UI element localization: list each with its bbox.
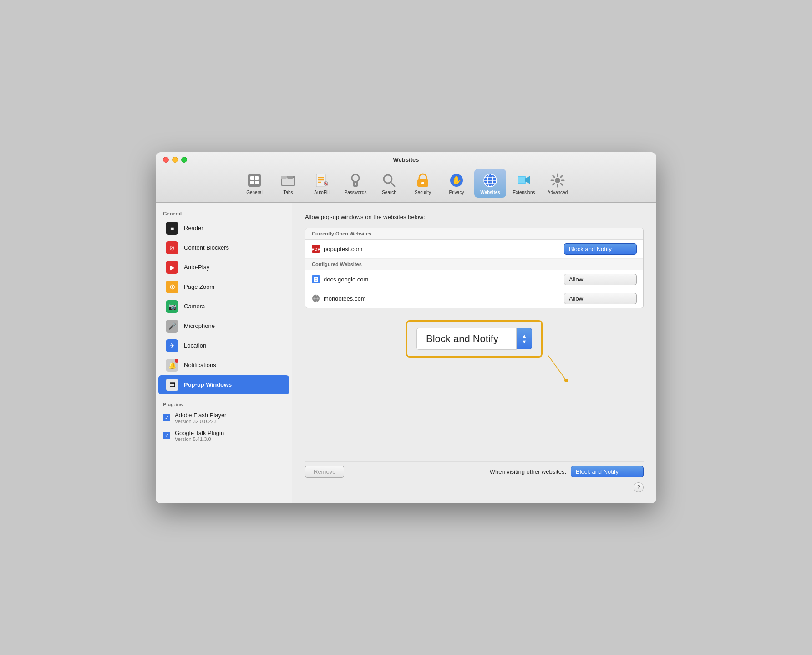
other-websites-label: When visiting other websites: [490, 468, 566, 475]
popuptest-select-container: Block and Notify Allow Block [564, 243, 637, 255]
close-button[interactable] [163, 157, 169, 163]
page-zoom-icon: ⊕ [166, 281, 178, 293]
docs-google-select[interactable]: Allow Block Block and Notify [564, 274, 637, 285]
sidebar-item-microphone[interactable]: 🎤 Microphone [158, 317, 289, 336]
toolbar-item-privacy[interactable]: ✋ Privacy [441, 169, 472, 198]
sidebar-item-camera[interactable]: 📷 Camera [158, 297, 289, 316]
search-icon [381, 172, 398, 189]
bottom-bar: Remove When visiting other websites: Blo… [305, 461, 644, 478]
toolbar-label-general: General [246, 190, 263, 195]
advanced-icon [549, 172, 566, 189]
svg-line-43 [553, 183, 555, 185]
websites-icon [482, 172, 499, 189]
sidebar-item-page-zoom[interactable]: ⊕ Page Zoom [158, 277, 289, 297]
docs-google-favicon [312, 275, 320, 283]
safari-preferences-window: Websites General [156, 152, 656, 503]
toolbar-label-tabs: Tabs [283, 190, 293, 195]
svg-line-42 [561, 175, 563, 177]
main-description: Allow pop-up windows on the websites bel… [305, 214, 644, 220]
toolbar-item-extensions[interactable]: Extensions [508, 169, 540, 198]
svg-rect-0 [248, 174, 261, 187]
other-websites-select[interactable]: Block and Notify Allow Block [571, 466, 644, 477]
sidebar-plugins-label: Plug-ins [156, 399, 292, 409]
popuptest-domain: popuptest.com [324, 246, 362, 252]
table-row-popuptest: POP popuptest.com Block and Notify Allow… [305, 240, 643, 259]
sidebar-label-content-blockers: Content Blockers [184, 244, 229, 251]
sidebar-item-location[interactable]: ✈ Location [158, 336, 289, 355]
flash-version: Version 32.0.0.223 [175, 419, 226, 424]
sidebar-label-reader: Reader [184, 225, 203, 231]
svg-rect-47 [314, 277, 318, 282]
toolbar-item-websites[interactable]: Websites [474, 169, 506, 198]
toolbar-label-security: Security [415, 190, 431, 195]
docs-google-select-container: Allow Block Block and Notify [564, 274, 637, 285]
window-buttons [163, 157, 187, 163]
svg-text:✋: ✋ [452, 175, 462, 185]
sidebar-label-page-zoom: Page Zoom [184, 283, 214, 290]
microphone-icon: 🎤 [166, 320, 178, 333]
zoomed-select-text: Block and Notify [416, 328, 517, 350]
svg-line-19 [391, 182, 395, 186]
popup-windows-icon: 🗔 [166, 379, 178, 391]
flash-name: Adobe Flash Player [175, 412, 226, 419]
toolbar-item-security[interactable]: Security [407, 169, 439, 198]
sidebar-item-notifications[interactable]: 🔔 Notifications [158, 356, 289, 375]
help-area: ? [305, 478, 644, 492]
other-websites-area: When visiting other websites: Block and … [490, 466, 644, 477]
toolbar-label-passwords: Passwords [345, 190, 367, 195]
toolbar-item-tabs[interactable]: Tabs [272, 169, 304, 198]
docs-google-domain: docs.google.com [324, 276, 368, 283]
sidebar-plugin-googletalk[interactable]: ✓ Google Talk Plugin Version 5.41.3.0 [156, 427, 292, 445]
location-icon: ✈ [166, 339, 178, 352]
svg-rect-17 [355, 183, 356, 185]
connector-line [521, 355, 575, 383]
toolbar-label-privacy: Privacy [449, 190, 464, 195]
passwords-icon [347, 172, 364, 189]
svg-text:POP: POP [312, 247, 320, 251]
toolbar-item-general[interactable]: General [239, 169, 270, 198]
googletalk-plugin-text: Google Talk Plugin Version 5.41.3.0 [175, 430, 224, 442]
zoomed-select-box: Block and Notify ▲ ▼ [406, 320, 543, 358]
svg-rect-7 [282, 178, 294, 185]
svg-rect-2 [255, 176, 259, 180]
sidebar-label-microphone: Microphone [184, 322, 215, 329]
toolbar-item-advanced[interactable]: Advanced [542, 169, 573, 198]
googletalk-checkbox[interactable]: ✓ [163, 432, 170, 439]
sidebar-item-reader[interactable]: ≡ Reader [158, 219, 289, 238]
svg-rect-9 [287, 176, 293, 179]
zoomed-select-area: Block and Notify ▲ ▼ [305, 320, 644, 358]
popuptest-site: POP popuptest.com [312, 245, 564, 253]
flash-checkbox[interactable]: ✓ [163, 414, 170, 421]
mondotees-site: mondotees.com [312, 294, 564, 302]
sidebar-label-auto-play: Auto-Play [184, 264, 209, 271]
minimize-button[interactable] [172, 157, 178, 163]
svg-rect-3 [250, 181, 254, 184]
flash-plugin-text: Adobe Flash Player Version 32.0.0.223 [175, 412, 226, 424]
popuptest-select[interactable]: Block and Notify Allow Block [564, 243, 637, 255]
toolbar-label-autofill: AutoFill [314, 190, 329, 195]
sidebar-item-content-blockers[interactable]: ⊘ Content Blockers [158, 238, 289, 257]
table-row-mondotees: mondotees.com Allow Block Block and Noti… [305, 289, 643, 308]
remove-button[interactable]: Remove [305, 466, 344, 478]
svg-line-40 [553, 175, 555, 177]
toolbar-item-autofill[interactable]: AutoFill [306, 169, 338, 198]
tabs-icon [279, 172, 297, 189]
sidebar-item-auto-play[interactable]: ▶ Auto-Play [158, 258, 289, 277]
websites-table: Currently Open Websites POP popuptest.co… [305, 228, 644, 308]
sidebar-item-popup-windows[interactable]: 🗔 Pop-up Windows [158, 375, 289, 394]
auto-play-icon: ▶ [166, 261, 178, 274]
window-title: Websites [393, 156, 419, 163]
mondotees-select[interactable]: Allow Block Block and Notify [564, 293, 637, 304]
sidebar-label-notifications: Notifications [184, 362, 216, 368]
maximize-button[interactable] [181, 157, 187, 163]
main-panel: Allow pop-up windows on the websites bel… [292, 203, 656, 503]
help-button[interactable]: ? [634, 482, 644, 492]
sidebar-label-camera: Camera [184, 303, 205, 310]
popuptest-favicon: POP [312, 245, 320, 253]
toolbar-label-advanced: Advanced [548, 190, 568, 195]
svg-line-41 [561, 183, 563, 185]
toolbar-item-passwords[interactable]: Passwords [340, 169, 371, 198]
toolbar-item-search[interactable]: Search [373, 169, 405, 198]
zoomed-arrow-button[interactable]: ▲ ▼ [517, 328, 532, 349]
sidebar-plugin-flash[interactable]: ✓ Adobe Flash Player Version 32.0.0.223 [156, 409, 292, 427]
